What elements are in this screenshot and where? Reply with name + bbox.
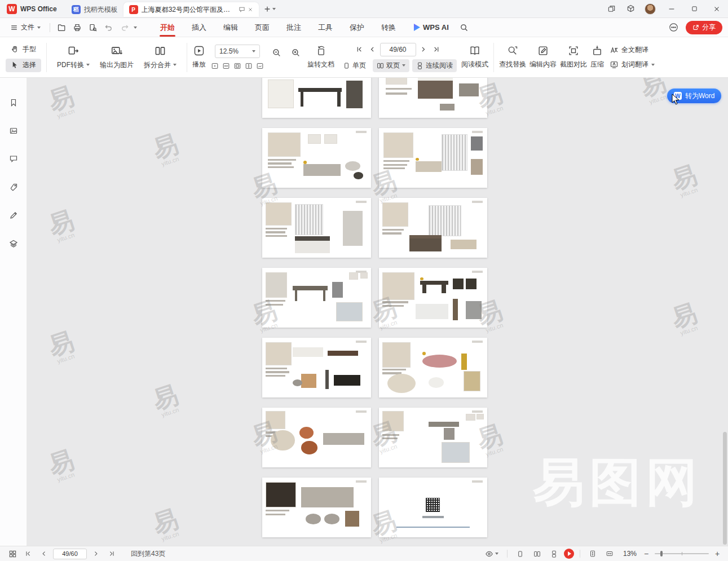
comments-icon[interactable] [6,151,21,167]
view-options-eye-icon[interactable] [482,547,501,560]
wps-home-button[interactable]: W WPS Office [0,0,66,17]
more-options-icon[interactable] [667,21,680,34]
tab-home[interactable]: 开始 [152,18,183,37]
zoom-slider[interactable] [655,550,709,558]
single-page-mode-icon[interactable] [513,547,527,560]
page-number-input[interactable] [380,43,416,56]
zoom-in-plus-button[interactable]: + [712,549,722,559]
bookmark-icon[interactable] [6,95,21,111]
read-mode-button[interactable] [469,45,480,56]
tab-tools[interactable]: 工具 [310,18,341,37]
new-tab-icon[interactable] [263,5,271,13]
maximize-button[interactable] [683,0,705,17]
screenshot-compare-button[interactable] [568,45,579,56]
fit-width-icon[interactable] [222,61,231,70]
zoom-select[interactable]: 12.5% [215,45,260,58]
user-avatar[interactable] [645,3,656,15]
slideshow-play-button[interactable] [564,549,574,559]
zoom-in-button[interactable] [288,46,303,60]
first-page-button[interactable] [354,43,365,56]
last-page-button[interactable] [105,547,118,560]
play-button[interactable] [193,45,205,56]
components-icon[interactable] [621,0,640,17]
single-page-mode-button[interactable]: 单页 [339,59,370,72]
select-label: 选择 [23,60,36,70]
full-text-translate-button[interactable]: 全文翻译 [606,44,658,56]
attachment-tag-icon[interactable] [6,179,21,195]
docer-icon: 稻 [72,5,81,14]
slider-thumb[interactable] [660,551,663,556]
tab-edit[interactable]: 编辑 [215,18,246,37]
word-translate-button[interactable]: 划词翻译 [606,59,658,70]
chevron-down-icon [495,553,498,555]
open-file-button[interactable] [55,21,68,34]
previous-page-button[interactable] [367,43,378,56]
next-page-button[interactable] [89,547,103,560]
find-replace-button[interactable] [507,45,518,56]
tab-comment-icon[interactable] [239,6,245,13]
tab-wps-ai[interactable]: WPS AI [404,18,457,37]
split-merge-button[interactable]: 拆分合并 [139,43,182,72]
fit-visible-icon[interactable] [255,61,264,70]
actual-size-icon[interactable] [210,61,219,70]
next-page-button[interactable] [418,43,429,56]
edit-content-button[interactable] [537,45,549,56]
compress-button[interactable] [592,45,603,56]
pdf-page-livingroom-tv [262,338,371,397]
rotate-document-button[interactable] [316,46,327,56]
watermark: 易yitu.cn [638,78,671,106]
fit-page-icon[interactable] [233,61,242,70]
continuous-read-button[interactable]: 连续阅读 [412,59,457,72]
first-page-button[interactable] [21,547,35,560]
multi-window-icon[interactable] [602,0,621,17]
undo-button[interactable] [102,21,116,34]
close-button[interactable] [705,0,728,17]
previous-page-button[interactable] [37,547,51,560]
fit-page-icon[interactable] [586,547,599,560]
redo-button[interactable] [118,21,131,34]
tab-insert[interactable]: 插入 [183,18,215,37]
layers-icon[interactable] [6,236,21,251]
select-tool-button[interactable]: 选择 [6,59,41,72]
page-brand-mark [356,480,367,483]
ribbon-search-icon[interactable] [457,21,471,34]
tab-list-chevron-icon[interactable] [272,8,276,10]
tab-docer-template[interactable]: 稻 找稻壳模板 [66,2,123,17]
pdf-convert-label: PDF转换 [57,60,84,70]
continuous-mode-icon[interactable] [547,547,561,560]
thumbnail-panel-icon[interactable] [6,547,19,560]
tab-page[interactable]: 页面 [246,18,278,37]
file-menu-button[interactable]: 文件 [6,20,45,35]
hand-label: 手型 [23,45,36,54]
page-number-input[interactable] [53,549,87,559]
quickbar-chevron-icon[interactable] [134,26,137,29]
document-canvas[interactable]: 易yitu.cn易yitu.cn易yitu.cn易yitu.cn易yitu.cn… [27,78,728,546]
zoom-out-minus-button[interactable]: − [641,549,651,559]
export-image-button[interactable]: 输出为图片 [95,43,139,72]
tab-convert[interactable]: 转换 [373,18,404,37]
fit-height-icon[interactable] [244,61,253,70]
share-button[interactable]: 分享 [686,21,722,34]
pdf-file-icon: P [129,5,138,14]
thumbnails-icon[interactable] [6,123,21,139]
fit-width-icon[interactable] [603,547,616,560]
double-page-mode-icon[interactable] [530,547,544,560]
compress-label: 压缩 [590,60,604,69]
zoom-out-button[interactable] [269,46,284,60]
tab-protect[interactable]: 保护 [341,18,373,37]
pdf-convert-button[interactable]: PDF转换 [52,43,95,72]
print-button[interactable] [70,21,84,34]
tab-current-document[interactable]: P 上海夏都32号周公馆平面及效... [123,2,259,17]
share-icon [692,24,699,31]
chevron-down-icon [86,64,90,66]
back-to-page-link[interactable]: 回到第43页 [131,549,165,559]
annotate-pen-icon[interactable] [6,207,21,223]
print-preview-button[interactable] [86,21,100,34]
vertical-scrollbar[interactable] [723,432,727,545]
hand-tool-button[interactable]: 手型 [6,43,41,56]
double-page-mode-button[interactable]: 双页 [373,59,409,72]
tab-annotate[interactable]: 批注 [278,18,310,37]
minimize-button[interactable] [660,0,683,17]
tab-close-icon[interactable] [248,7,253,12]
last-page-button[interactable] [431,43,442,56]
